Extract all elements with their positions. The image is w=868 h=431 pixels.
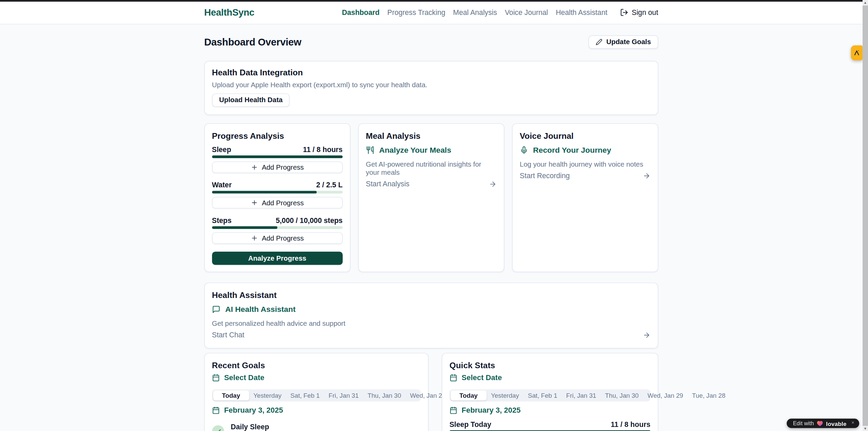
scroll-up-icon[interactable]: ▲ — [862, 0, 868, 5]
progress-bar — [212, 226, 343, 229]
date-tab-sat-feb-1[interactable]: Sat, Feb 1 — [286, 390, 324, 400]
brand-logo[interactable]: HealthSync — [204, 7, 254, 18]
update-goals-label: Update Goals — [606, 38, 651, 46]
record-your-journey-link[interactable]: Record Your Journey — [520, 146, 651, 154]
health-assistant-card: Health Assistant AI Health Assistant Get… — [204, 283, 658, 349]
analyze-your-meals-link[interactable]: Analyze Your Meals — [366, 146, 497, 154]
plus-icon — [251, 164, 258, 171]
main-nav: Dashboard Progress Tracking Meal Analysi… — [342, 8, 658, 17]
add-progress-button-sleep[interactable]: Add Progress — [212, 162, 343, 173]
recent-goals-card: Recent Goals Select Date Today Yesterday… — [204, 353, 428, 431]
plus-icon — [251, 199, 258, 206]
main-content: Dashboard Overview Update Goals Health D… — [0, 35, 862, 431]
start-chat-action[interactable]: Start Chat — [212, 331, 651, 339]
integration-description: Upload your Apple Health export (export.… — [212, 81, 651, 90]
select-date-label: Select Date — [224, 373, 265, 382]
upload-health-data-button[interactable]: Upload Health Data — [212, 93, 290, 107]
date-tab-wed-jan-29[interactable]: Wed, Jan 29 — [643, 390, 688, 400]
scrollbar[interactable]: ▲ ▼ — [862, 0, 868, 431]
date-tab-tue-jan-28[interactable]: Tue, Jan 28 — [688, 390, 730, 400]
ai-health-assistant-label: AI Health Assistant — [225, 305, 296, 314]
quick-stats-card: Quick Stats Select Date Today Yesterday … — [442, 353, 658, 431]
nav-item-progress-tracking[interactable]: Progress Tracking — [387, 8, 445, 17]
add-progress-button-steps[interactable]: Add Progress — [212, 232, 343, 244]
microphone-icon — [520, 146, 528, 154]
metric-steps: Steps 5,000 / 10,000 steps Add Progress — [212, 217, 343, 244]
goal-name: Daily Sleep — [231, 423, 269, 431]
metric-label: Sleep — [212, 146, 231, 153]
progress-analysis-card: Progress Analysis Sleep 11 / 8 hours Add… — [204, 123, 350, 272]
arrow-right-icon — [643, 172, 651, 180]
arrow-right-icon — [643, 331, 651, 339]
metric-label: Steps — [212, 217, 232, 224]
chat-bubble-icon — [212, 305, 220, 314]
voice-description: Log your health journey with voice notes — [520, 161, 651, 169]
stat-row: Sleep Today 11 / 8 hours — [449, 421, 651, 428]
meal-analysis-card: Meal Analysis Analyze Your Meals Get AI-… — [358, 123, 504, 272]
health-data-integration-card: Health Data Integration Upload your Appl… — [204, 61, 658, 115]
quick-stats-title: Quick Stats — [449, 360, 651, 370]
ai-health-assistant-link[interactable]: AI Health Assistant — [212, 305, 651, 314]
heart-icon — [817, 420, 823, 426]
edit-with-label: Edit with — [793, 420, 814, 426]
edit-with-lovable-badge[interactable]: Edit with lovable × — [787, 419, 859, 428]
start-analysis-action[interactable]: Start Analysis — [366, 180, 497, 188]
metric-value: 2 / 2.5 L — [316, 182, 343, 189]
nav-item-voice-journal[interactable]: Voice Journal — [505, 8, 548, 17]
progress-bar — [212, 191, 343, 193]
goal-item: Daily Sleep 11 / 8 hours — [212, 423, 421, 431]
voice-card-title: Voice Journal — [520, 131, 651, 140]
add-progress-button-water[interactable]: Add Progress — [212, 197, 343, 208]
utensils-icon — [366, 146, 374, 154]
recent-goals-title: Recent Goals — [212, 360, 421, 370]
select-date-button[interactable]: Select Date — [212, 373, 421, 382]
calendar-icon — [212, 407, 220, 414]
selected-date: February 3, 2025 — [212, 406, 421, 415]
app-root: HealthSync Dashboard Progress Tracking M… — [0, 0, 868, 431]
date-tab-thu-jan-30[interactable]: Thu, Jan 30 — [363, 390, 406, 400]
progress-card-title: Progress Analysis — [212, 131, 343, 140]
scroll-down-icon[interactable]: ▼ — [862, 426, 868, 431]
progress-fill — [212, 155, 343, 158]
sign-out-button[interactable]: Sign out — [620, 8, 658, 17]
date-tab-today[interactable]: Today — [213, 390, 249, 400]
lovable-logo-icon — [853, 49, 860, 56]
nav-item-meal-analysis[interactable]: Meal Analysis — [453, 8, 497, 17]
stat-label: Sleep Today — [449, 421, 491, 428]
top-bar — [0, 0, 862, 1]
pencil-icon — [596, 39, 603, 45]
date-tab-today[interactable]: Today — [450, 390, 486, 400]
calendar-icon — [212, 374, 220, 382]
nav-item-dashboard[interactable]: Dashboard — [342, 8, 380, 17]
sign-out-label: Sign out — [632, 8, 658, 17]
start-recording-action[interactable]: Start Recording — [520, 172, 651, 180]
app-header: HealthSync Dashboard Progress Tracking M… — [0, 0, 862, 24]
metric-water: Water 2 / 2.5 L Add Progress — [212, 182, 343, 209]
metric-value: 5,000 / 10,000 steps — [276, 217, 343, 224]
date-tab-sat-feb-1[interactable]: Sat, Feb 1 — [524, 390, 562, 400]
nav-item-health-assistant[interactable]: Health Assistant — [556, 8, 607, 17]
selected-date-label: February 3, 2025 — [462, 406, 521, 415]
date-tab-fri-jan-31[interactable]: Fri, Jan 31 — [562, 390, 601, 400]
start-analysis-label: Start Analysis — [366, 180, 409, 188]
date-tab-yesterday[interactable]: Yesterday — [249, 390, 286, 400]
date-tab-fri-jan-31[interactable]: Fri, Jan 31 — [324, 390, 363, 400]
arrow-right-icon — [489, 180, 497, 188]
close-icon[interactable]: × — [851, 420, 854, 425]
check-circle-icon — [212, 425, 224, 431]
progress-bar — [212, 155, 343, 158]
add-progress-label: Add Progress — [262, 234, 304, 242]
plus-icon — [251, 235, 258, 242]
stat-value: 11 / 8 hours — [611, 421, 651, 428]
add-progress-label: Add Progress — [262, 164, 304, 171]
start-chat-label: Start Chat — [212, 331, 244, 339]
analyze-progress-button[interactable]: Analyze Progress — [212, 251, 343, 265]
select-date-button[interactable]: Select Date — [449, 373, 651, 382]
voice-journal-card: Voice Journal Record Your Journey Log yo… — [512, 123, 658, 272]
lovable-badge-button[interactable] — [851, 45, 862, 60]
assistant-description: Get personalized health advice and suppo… — [212, 320, 651, 328]
date-tab-thu-jan-30[interactable]: Thu, Jan 30 — [601, 390, 643, 400]
date-tab-yesterday[interactable]: Yesterday — [486, 390, 524, 400]
update-goals-button[interactable]: Update Goals — [589, 35, 658, 49]
selected-date: February 3, 2025 — [449, 406, 651, 415]
